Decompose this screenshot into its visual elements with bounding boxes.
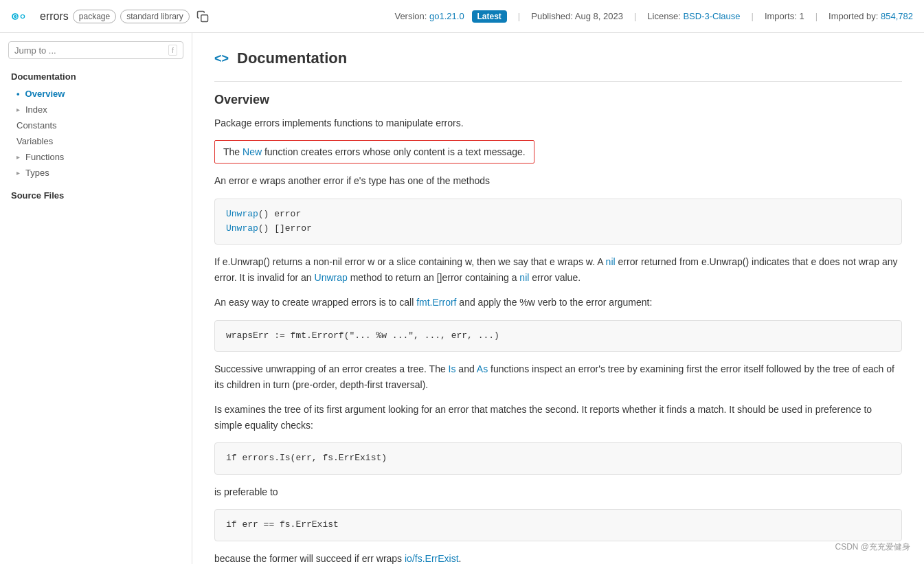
sidebar: f Documentation Overview Index Constants… — [0, 33, 192, 564]
header-meta: Version: go1.21.0 Latest | Published: Au… — [394, 11, 913, 21]
latest-badge: Latest — [472, 10, 507, 23]
as-link[interactable]: As — [477, 363, 488, 374]
watermark: CSDN @充充爱健身 — [835, 541, 910, 553]
para-6: Is examines the tree of its first argume… — [214, 402, 902, 433]
svg-text:G: G — [12, 12, 17, 20]
license-info: License: BSD-3-Clause — [647, 11, 740, 21]
fmt-errorf-link[interactable]: fmt.Errorf — [416, 297, 456, 308]
logo-area: G O errors package standard library — [11, 8, 209, 25]
para-3: If e.Unwrap() returns a non-nil error w … — [214, 254, 902, 285]
para-8: because the former will succeed if err w… — [214, 551, 902, 564]
imported-link[interactable]: 854,782 — [881, 11, 913, 21]
main-content: <> Documentation Overview Package errors… — [192, 33, 924, 564]
version-link[interactable]: go1.21.0 — [429, 11, 464, 21]
nil-link-2[interactable]: nil — [519, 272, 529, 283]
license-link[interactable]: BSD-3-Clause — [683, 11, 740, 21]
io-fs-errexist-link[interactable]: io/fs.ErrExist — [405, 553, 459, 564]
version-info: Version: go1.21.0 Latest — [394, 11, 506, 21]
sidebar-item-types[interactable]: Types — [0, 165, 192, 181]
doc-header: <> Documentation — [214, 49, 902, 67]
para-1: Package errors implements functions to m… — [214, 115, 902, 131]
sidebar-item-variables[interactable]: Variables — [0, 133, 192, 149]
copy-icon[interactable] — [196, 10, 209, 23]
nil-link-1[interactable]: nil — [606, 256, 616, 267]
overview-title: Overview — [214, 93, 902, 107]
header-divider — [214, 81, 902, 82]
published-info: Published: Aug 8, 2023 — [531, 11, 623, 21]
sidebar-item-functions[interactable]: Functions — [0, 149, 192, 165]
header: G O errors package standard library Vers… — [0, 0, 924, 33]
code-block-4: if err == fs.ErrExist — [214, 509, 902, 541]
doc-header-icon: <> — [214, 52, 229, 66]
new-function-link[interactable]: New — [243, 146, 262, 157]
imports-info: Imports: 1 — [765, 11, 804, 21]
package-name: errors — [40, 10, 69, 23]
is-link[interactable]: Is — [449, 363, 456, 374]
sidebar-item-constants[interactable]: Constants — [0, 117, 192, 133]
code-block-3: if errors.Is(err, fs.ErrExist) — [214, 442, 902, 475]
code-block-2: wrapsErr := fmt.Errorf("... %w ...", ...… — [214, 320, 902, 352]
layout: f Documentation Overview Index Constants… — [0, 33, 924, 564]
jump-to-input[interactable] — [14, 45, 163, 56]
sidebar-source-files: Source Files — [0, 186, 192, 205]
unwrap-link[interactable]: Unwrap — [315, 272, 348, 283]
para-7: is preferable to — [214, 484, 902, 499]
para-4: An easy way to create wrapped errors is … — [214, 295, 902, 310]
imported-info: Imported by: 854,782 — [829, 11, 913, 21]
sidebar-item-overview[interactable]: Overview — [0, 86, 192, 102]
sidebar-item-index[interactable]: Index — [0, 102, 192, 117]
para-5: Successive unwrapping of an error create… — [214, 361, 902, 392]
svg-rect-3 — [201, 14, 208, 21]
svg-text:O: O — [20, 12, 25, 20]
stdlib-badge[interactable]: standard library — [120, 10, 190, 23]
code-block-1: Unwrap() error Unwrap() []error — [214, 199, 902, 245]
package-badge[interactable]: package — [73, 10, 116, 23]
go-logo-icon: G O — [11, 8, 36, 25]
highlighted-note: The New function creates errors whose on… — [214, 140, 534, 163]
sidebar-section-documentation: Documentation — [0, 67, 192, 86]
jump-to-input-container[interactable]: f — [8, 41, 183, 59]
jump-key-badge: f — [168, 45, 177, 56]
para-2: An error e wraps another error if e's ty… — [214, 173, 902, 188]
doc-title: Documentation — [237, 49, 347, 67]
